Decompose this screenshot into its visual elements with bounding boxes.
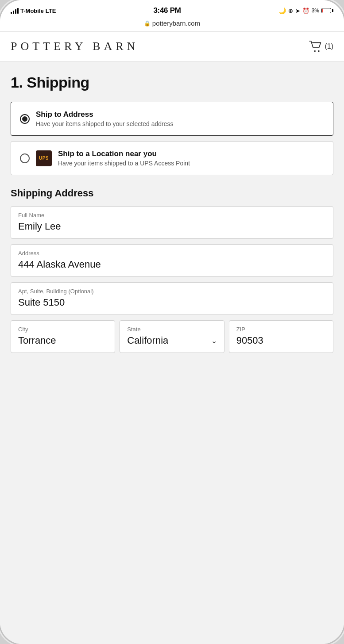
battery-fill [322,9,323,12]
state-value: California [127,335,168,346]
address-value: 444 Alaska Avenue [18,259,101,270]
city-state-zip-row: City Torrance State California ⌄ ZIP 905… [11,320,333,353]
ship-to-location-radio[interactable] [20,153,30,163]
address-field[interactable]: Address 444 Alaska Avenue [11,244,333,277]
full-name-field[interactable]: Full Name Emily Lee [11,206,333,239]
battery-indicator [321,8,333,13]
signal-bar-4 [17,8,19,14]
shipping-address-section: Shipping Address Full Name Emily Lee Add… [11,188,333,353]
status-bar: T-Mobile LTE 3:46 PM 🌙 ⊕ ➤ ⏰ 3% [0,0,344,18]
site-logo[interactable]: POTTERY BARN [11,40,139,53]
signal-bar-3 [15,9,16,14]
ship-to-location-option[interactable]: UPS Ship to a Location near you Have you… [11,141,333,175]
city-value: Torrance [18,335,56,346]
city-field[interactable]: City Torrance [11,320,115,353]
url-bar[interactable]: 🔒 potterybarn.com [0,18,344,32]
full-name-value: Emily Lee [18,221,61,232]
cart-icon [309,40,323,53]
zip-label: ZIP [236,326,326,333]
ship-to-address-radio[interactable] [20,114,30,124]
moon-icon: 🌙 [278,7,286,14]
page-title: 1. Shipping [11,74,333,91]
state-field[interactable]: State California ⌄ [120,320,224,353]
ups-badge: UPS [36,150,52,166]
city-label: City [18,326,108,333]
ship-to-location-title: Ship to a Location near you [58,150,190,158]
shipping-options-container: Ship to Address Have your items shipped … [11,102,333,175]
lock-icon: 🔒 [144,20,151,27]
svg-point-0 [314,50,316,52]
address-label: Address [18,250,326,257]
chevron-down-icon: ⌄ [211,337,217,345]
ups-logo-text: UPS [39,156,49,161]
ship-to-location-subtitle: Have your items shipped to a UPS Access … [58,160,190,167]
radio-dot [22,116,27,122]
alarm-icon: ⏰ [302,8,309,14]
signal-bars-icon [11,8,19,14]
network-type: LTE [46,8,56,14]
site-header: POTTERY BARN (1) [0,32,344,61]
signal-bar-1 [11,12,12,14]
zip-field[interactable]: ZIP 90503 [229,320,333,353]
apt-label: Apt, Suite, Building (Optional) [18,288,326,295]
svg-point-1 [318,50,320,52]
signal-bar-2 [13,11,14,14]
ship-to-location-content: Ship to a Location near you Have your it… [58,150,190,167]
url-text: potterybarn.com [152,19,200,27]
status-time: 3:46 PM [153,6,181,15]
full-name-label: Full Name [18,212,326,218]
status-left: T-Mobile LTE [11,8,56,14]
apt-field[interactable]: Apt, Suite, Building (Optional) Suite 51… [11,282,333,315]
state-row: California ⌄ [127,335,216,346]
shipping-address-title: Shipping Address [11,188,333,199]
state-label: State [127,326,216,333]
url-container: 🔒 potterybarn.com [144,19,200,27]
ship-to-address-content: Ship to Address Have your items shipped … [36,110,174,127]
phone-frame: T-Mobile LTE 3:46 PM 🌙 ⊕ ➤ ⏰ 3% 🔒 potter… [0,0,344,644]
location-icon: ⊕ [288,8,293,14]
battery-tip [332,9,333,12]
main-content[interactable]: 1. Shipping Ship to Address Have your it… [0,61,344,644]
ship-to-address-option[interactable]: Ship to Address Have your items shipped … [11,102,333,136]
cart-button[interactable]: (1) [309,40,333,53]
status-right: 🌙 ⊕ ➤ ⏰ 3% [278,7,333,14]
ship-to-address-title: Ship to Address [36,110,174,119]
cart-count: (1) [325,42,333,50]
apt-value: Suite 5150 [18,297,65,308]
battery-percent: 3% [312,8,319,14]
navigation-icon: ➤ [295,8,300,14]
zip-value: 90503 [236,335,263,346]
carrier-name: T-Mobile [20,8,44,14]
ship-to-address-subtitle: Have your items shipped to your selected… [36,120,174,127]
